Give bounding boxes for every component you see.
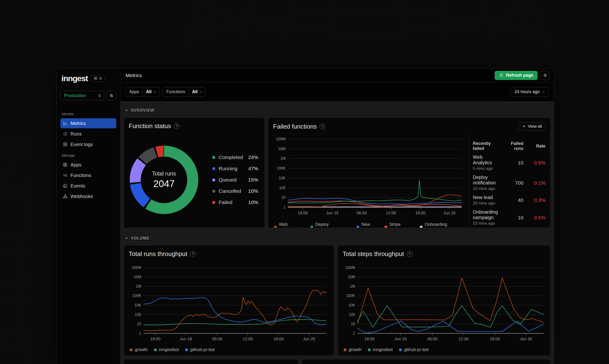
time-range-selector[interactable]: 24 hours ago (511, 87, 549, 97)
failed-function-name: Deploy notification (473, 175, 499, 186)
sliders-icon (109, 93, 114, 98)
view-all-button[interactable]: View all (518, 122, 545, 130)
svg-text:10: 10 (351, 322, 355, 326)
legend-value: 10% (248, 188, 258, 194)
sidebar-item-webhooks[interactable]: Webhooks (60, 191, 116, 201)
failed-functions-card: Failed functions ? View all 100M10M1M100… (268, 117, 551, 228)
failed-function-time: 22 mins ago (473, 221, 499, 226)
failed-runs-count: 10 (501, 215, 523, 221)
overview-section-header[interactable]: OVERVIEW (125, 106, 550, 115)
legend-dot (212, 201, 215, 204)
chart-legend-item: growth (130, 347, 148, 352)
table-row[interactable]: Deploy notification10 mins ago 700 0.1% (473, 175, 545, 191)
failed-runs-count: 10 (501, 160, 523, 166)
help-icon[interactable]: ? (320, 124, 325, 129)
main-area: Metrics Refresh page Apps All Functions … (120, 68, 554, 364)
settings-button[interactable] (540, 71, 550, 80)
legend-label: Stripe invoice (389, 222, 414, 228)
status-legend-item: Cancelled10% (212, 188, 258, 194)
svg-text:1: 1 (283, 205, 286, 209)
table-row[interactable]: New lead20 mins ago 40 0.3% (473, 195, 545, 206)
failure-rate: 0.5% (525, 160, 545, 166)
page-title: Metrics (126, 73, 142, 78)
content-area: OVERVIEW Function status ? Total runs 20… (120, 102, 554, 364)
chart-legend-item: growth (344, 347, 361, 352)
sidebar-item-runs[interactable]: Runs (60, 129, 116, 139)
sidebar-item-label: Webhooks (70, 194, 93, 199)
svg-text:100K: 100K (132, 294, 141, 298)
failed-function-name: Web Analytics (473, 155, 499, 166)
total-steps-chart: 100M10M1M100K10K10010118:00Jun 1906:0012… (343, 259, 545, 346)
total-steps-chart-legend: growthinngestbotgithub-pr-bot (344, 347, 545, 352)
legend-label: Completed (219, 155, 245, 160)
svg-text:10M: 10M (278, 147, 286, 151)
svg-text:1M: 1M (136, 284, 141, 288)
status-legend-item: Running47% (212, 166, 258, 171)
legend-label: Onboarding campaign (425, 222, 464, 228)
legend-value: 10% (248, 199, 258, 205)
overview-section-label: OVERVIEW (131, 108, 154, 113)
table-row[interactable]: Onboarding campaign22 mins ago 10 0.5% (473, 209, 545, 226)
env-filter-button[interactable] (107, 91, 116, 100)
svg-text:18:00: 18:00 (364, 337, 374, 341)
functions-filter-label: Functions (163, 87, 189, 96)
webhook-icon (63, 194, 68, 199)
sidebar-item-apps[interactable]: Apps (60, 160, 116, 170)
svg-text:10: 10 (281, 195, 286, 199)
function-status-donut: Total runs 2047 (130, 146, 198, 214)
total-runs-chart: 100M10M1M100K10K10010118:00Jun 1906:0012… (129, 259, 329, 346)
total-runs-chart-legend: growthinngestbotgithub-pr-bot (130, 347, 329, 352)
collapse-triangle-icon (125, 236, 128, 240)
chart-legend-item: github-pr-bot (399, 347, 429, 352)
svg-text:10K: 10K (279, 176, 286, 180)
svg-text:18:00: 18:00 (298, 211, 308, 215)
svg-text:10M: 10M (134, 275, 141, 279)
svg-text:Jun 20: Jun 20 (520, 337, 532, 341)
help-icon[interactable]: ? (174, 123, 180, 129)
help-icon[interactable]: ? (190, 251, 196, 257)
status-legend-item: Queued15% (212, 177, 258, 183)
volume-section-header[interactable]: VOLUME (125, 234, 550, 242)
legend-value: 24% (248, 155, 258, 160)
failure-rate: 0.3% (525, 197, 545, 203)
functions-filter[interactable]: Functions All (163, 87, 206, 97)
legend-dot (212, 190, 215, 193)
apps-filter[interactable]: Apps All (126, 87, 159, 97)
help-icon[interactable]: ? (407, 251, 413, 257)
status-legend-item: Completed24% (212, 155, 258, 160)
svg-text:1: 1 (353, 331, 355, 335)
apps-icon (63, 162, 68, 167)
legend-dot (212, 156, 215, 159)
legend-label: inngestbot (159, 347, 179, 352)
legend-dot (399, 349, 402, 351)
sidebar-item-event-logs[interactable]: Event logs (60, 139, 116, 149)
legend-dot (384, 226, 387, 228)
sidebar-item-events[interactable]: Events (60, 181, 116, 191)
environment-selector[interactable]: Production (60, 91, 104, 100)
legend-dot (185, 349, 188, 351)
refresh-page-button[interactable]: Refresh page (495, 71, 538, 80)
sidebar-item-functions[interactable]: Functions (60, 170, 116, 180)
svg-text:10M: 10M (348, 275, 355, 279)
legend-label: Queued (219, 177, 245, 183)
failure-rate: 0.5% (525, 215, 545, 221)
chart-legend-item: inngestbot (368, 347, 393, 352)
recently-failed-table: Recently failedFailed runsRate Web Analy… (473, 131, 545, 228)
chart-legend-item: github-pr-bot (185, 347, 215, 352)
svg-text:1M: 1M (280, 156, 286, 160)
time-range-value: 24 hours ago (514, 89, 540, 94)
function-status-title: Function status (129, 122, 171, 130)
sidebar-item-label: Metrics (70, 121, 86, 126)
collapse-triangle-icon (125, 108, 128, 112)
legend-dot (212, 178, 215, 182)
sidebar-item-label: Event logs (70, 142, 93, 147)
svg-text:12:00: 12:00 (243, 337, 253, 341)
command-k-shortcut[interactable]: ⌘ K (91, 75, 105, 82)
table-row[interactable]: Web Analytics5 mins ago 10 0.5% (473, 155, 545, 171)
failed-function-name: Onboarding campaign (473, 209, 499, 220)
status-legend-item: Failed10% (212, 199, 258, 205)
chevron-down-icon (153, 90, 159, 94)
function-status-card: Function status ? Total runs 2047 Comple… (124, 117, 265, 228)
sidebar-item-metrics[interactable]: Metrics (60, 118, 116, 128)
svg-text:Jun 20: Jun 20 (303, 337, 315, 341)
